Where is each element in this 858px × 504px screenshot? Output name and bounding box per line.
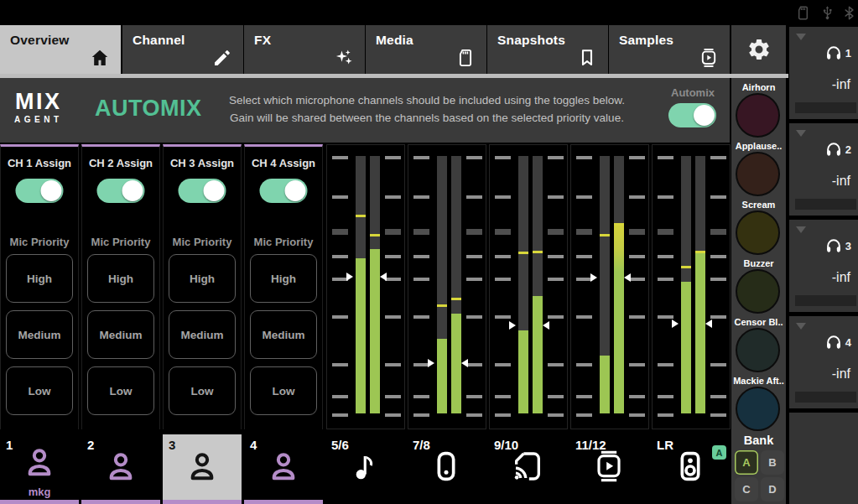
- meter-peak-hold: [681, 266, 691, 268]
- fader-marker-right[interactable]: [380, 273, 387, 281]
- ch3-assign-toggle[interactable]: [179, 179, 226, 203]
- ch2-priority-low-button[interactable]: Low: [87, 366, 154, 415]
- meter-scale-tick: [332, 195, 348, 199]
- ch3-priority-low-button[interactable]: Low: [169, 366, 236, 415]
- meter-scale-tick: [413, 413, 429, 417]
- fader-marker-right[interactable]: [543, 321, 549, 330]
- toggle-knob: [285, 180, 306, 201]
- ch2-assign-toggle[interactable]: [97, 179, 145, 203]
- sample-pad-buzzer[interactable]: [736, 269, 780, 314]
- ch1-priority-high-button[interactable]: High: [6, 254, 73, 303]
- tab-samples[interactable]: Samples: [609, 25, 730, 74]
- sample-pad-censor[interactable]: [736, 328, 780, 372]
- bank-d-button[interactable]: D: [761, 477, 784, 501]
- meter-scale-tick: [495, 156, 511, 159]
- bank-a-button[interactable]: A: [735, 450, 758, 475]
- fader-marker-right[interactable]: [705, 320, 712, 328]
- tab-overview[interactable]: Overview: [0, 25, 121, 74]
- fader-marker-left[interactable]: [672, 320, 679, 328]
- channel-strip-1[interactable]: 1 mkg: [0, 434, 79, 504]
- phones-1-meter: [795, 102, 856, 113]
- meter-scale-tick: [332, 395, 348, 398]
- description-line1: Select which microphone channels should …: [229, 94, 625, 107]
- meter-scale-tick: [576, 315, 592, 319]
- settings-button[interactable]: [731, 25, 786, 74]
- meter-scale-tick: [385, 413, 401, 417]
- mixer-app: Overview Channel FX Media Snapshots Samp…: [0, 0, 858, 504]
- meter-level-fill: [356, 258, 366, 413]
- sampler-icon: [699, 48, 719, 68]
- fader-marker-left[interactable]: [509, 321, 516, 330]
- ch4-assign-toggle[interactable]: [260, 179, 308, 203]
- channel-number: 5/6: [331, 438, 349, 452]
- ch3-priority-medium-button[interactable]: Medium: [169, 310, 236, 359]
- ch3-priority-high-button[interactable]: High: [169, 254, 236, 303]
- ch4-priority-medium-button[interactable]: Medium: [250, 310, 317, 359]
- tab-media[interactable]: Media: [366, 25, 486, 74]
- sample-pad-airhorn[interactable]: [736, 93, 780, 138]
- chevron-down-icon[interactable]: [796, 323, 806, 330]
- channel-number: 3: [169, 438, 175, 452]
- meter-scale-tick: [495, 255, 511, 258]
- meter-scale-tick: [658, 395, 673, 398]
- meter-level-fill: [614, 226, 624, 413]
- channel-strip-7-8[interactable]: 7/8: [407, 434, 486, 504]
- meter-level-fill: [695, 252, 705, 413]
- tab-fx[interactable]: FX: [244, 25, 365, 74]
- phones-4-section[interactable]: 4 -inf: [789, 316, 858, 408]
- meter-scale-tick: [629, 395, 645, 398]
- channel-strip-5-6[interactable]: 5/6: [325, 434, 404, 504]
- ch1-priority-medium-button[interactable]: Medium: [6, 310, 73, 359]
- channel-name-label: mkg: [0, 486, 79, 498]
- automix-toggle[interactable]: [668, 103, 716, 127]
- sample-pad-label: Applause..: [731, 141, 786, 151]
- fader-marker-left[interactable]: [590, 273, 597, 282]
- fader-marker-right[interactable]: [461, 359, 468, 367]
- meter-scale-tick: [466, 413, 482, 417]
- fader-marker-left[interactable]: [346, 273, 353, 281]
- ch4-priority-high-button[interactable]: High: [250, 254, 317, 303]
- channel-strip-11-12[interactable]: 11/12: [569, 434, 648, 504]
- automix-banner: MIX AGENT AUTOMIX Select which microphon…: [0, 78, 730, 143]
- sample-pad-mackie[interactable]: [736, 387, 780, 431]
- ch4-priority-low-button[interactable]: Low: [250, 366, 317, 415]
- tab-snapshots[interactable]: Snapshots: [487, 25, 608, 74]
- phones-3-section[interactable]: 3 -inf: [789, 220, 858, 312]
- bank-a-badge: A: [712, 445, 726, 460]
- ch2-priority-medium-button[interactable]: Medium: [87, 310, 154, 359]
- channel-strip-2[interactable]: 2: [81, 434, 160, 504]
- channel-strip-4[interactable]: 4: [244, 434, 323, 504]
- phones-2-section[interactable]: 2 -inf: [789, 123, 858, 216]
- meter-scale-tick: [710, 156, 726, 159]
- bank-b-button[interactable]: B: [761, 450, 784, 475]
- phones-1-section[interactable]: 1 -inf: [789, 27, 858, 119]
- bank-c-button[interactable]: C: [735, 477, 758, 501]
- sample-pad-applause[interactable]: [736, 152, 780, 196]
- channel-strip-lr[interactable]: LR A: [651, 434, 730, 504]
- chevron-down-icon[interactable]: [796, 130, 806, 137]
- channel-strip-9-10[interactable]: 9/10: [488, 434, 567, 504]
- chevron-down-icon[interactable]: [796, 226, 806, 233]
- phones-3-level-value: -inf: [832, 270, 850, 285]
- ch1-priority-low-button[interactable]: Low: [6, 366, 73, 415]
- fader-marker-left[interactable]: [428, 359, 434, 367]
- meter-scale-tick: [710, 278, 726, 281]
- fader-marker-right[interactable]: [624, 273, 631, 282]
- sparkles-icon: [334, 48, 354, 68]
- automix-channel-3-column: CH 3 Assign Mic Priority High Medium Low: [163, 144, 242, 429]
- gear-icon: [746, 37, 772, 62]
- meter-scale-tick: [385, 363, 401, 366]
- tab-channel[interactable]: Channel: [122, 25, 243, 74]
- sample-pad-scream[interactable]: [736, 210, 780, 255]
- meter-peak-hold: [600, 234, 610, 236]
- channel-strip-3-selected[interactable]: 3: [163, 434, 242, 504]
- chevron-down-icon[interactable]: [796, 34, 806, 40]
- meter-peak-hold: [518, 252, 528, 254]
- meter-scale-tick: [332, 229, 348, 235]
- automix-channel-1-column: CH 1 Assign Mic Priority High Medium Low: [0, 144, 79, 429]
- meter-scale-tick: [385, 395, 401, 398]
- ch2-priority-high-button[interactable]: High: [87, 254, 154, 303]
- meter-scale-tick: [413, 315, 429, 319]
- headphones-icon: [825, 334, 842, 351]
- ch1-assign-toggle[interactable]: [16, 179, 64, 203]
